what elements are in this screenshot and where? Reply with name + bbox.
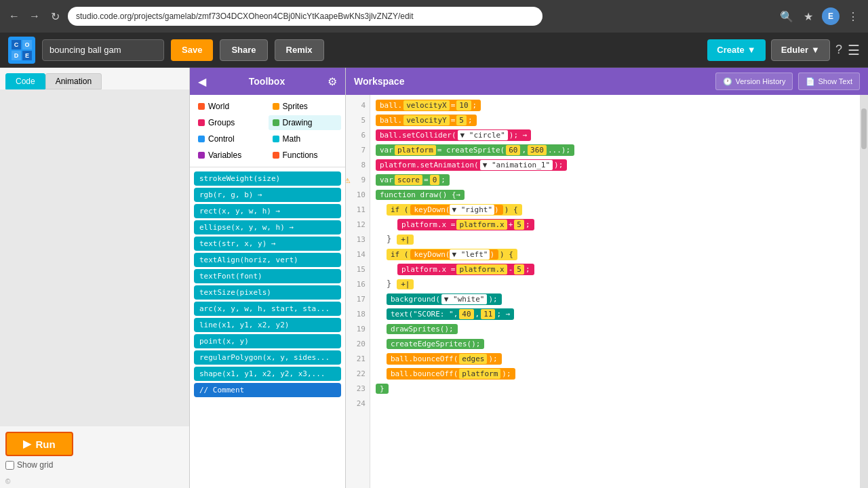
block-point[interactable]: point(x, y) (194, 334, 341, 348)
block-line[interactable]: line(x1, y1, x2, y2) (194, 318, 341, 332)
cat-drawing-dot (273, 119, 279, 126)
block-textfont[interactable]: textFont(font) (194, 269, 341, 283)
menu-button[interactable]: ☰ (848, 42, 860, 58)
block-comment[interactable]: // Comment (194, 383, 341, 397)
block-ellipse[interactable]: ellipse(x, y, w, h) → (194, 220, 341, 235)
cat-variables[interactable]: Variables (194, 148, 267, 163)
cat-drawing[interactable]: Drawing (269, 115, 342, 130)
version-history-button[interactable]: 🕐 Version History (715, 73, 793, 90)
code-lines[interactable]: ball.velocityX = 10 ; ball.velocityY = 5… (370, 95, 860, 488)
scrollbar-vertical[interactable] (860, 95, 868, 488)
bookmark-icon[interactable]: ★ (800, 8, 816, 24)
scrollbar-thumb[interactable] (861, 108, 867, 149)
toolbox-settings-icon[interactable]: ⚙ (328, 75, 337, 88)
save-button[interactable]: Save (171, 39, 213, 61)
project-name-input[interactable] (42, 39, 164, 61)
cat-math[interactable]: Math (269, 131, 342, 146)
refresh-button[interactable]: ↻ (47, 9, 62, 24)
show-grid-checkbox[interactable] (5, 461, 14, 470)
browser-bar: ← → ↻ studio.code.org/projects/gamelab/z… (0, 0, 868, 33)
line-num-15: 15 (346, 262, 370, 277)
tab-animation[interactable]: Animation (45, 73, 102, 89)
cat-world[interactable]: World (194, 99, 267, 114)
block-ball-velocityy[interactable]: ball.velocityY = 5 ; (376, 115, 477, 126)
url-text: studio.code.org/projects/gamelab/zmf73O4… (76, 12, 414, 21)
block-ball-velocityx[interactable]: ball.velocityX = 10 ; (376, 100, 481, 111)
block-platform-x-minus[interactable]: platform.x = platform.x - 5 ; (397, 264, 534, 275)
block-if-keydown-left[interactable]: if ( keyDown(▼ "left") ) { (387, 249, 517, 260)
block-drawsprites[interactable]: drawSprites(); (387, 324, 458, 334)
line-num-4: 4 (346, 98, 370, 113)
toolbox-panel: ◀ Toolbox ⚙ World Sprites Groups Drawing (190, 68, 346, 488)
code-line-6: ball.setCollider(▼ "circle"); → (376, 127, 854, 142)
line-num-9: ⚠9 (346, 172, 370, 187)
block-if-keydown-right[interactable]: if ( keyDown(▼ "right") ) { (387, 204, 522, 216)
block-platform-x-plus[interactable]: platform.x = platform.x + 5 ; (397, 219, 534, 230)
header-right: Create ▼ Eduler ▼ ? ☰ (707, 39, 860, 61)
line-num-21: 21 (346, 351, 370, 366)
line-num-10: 10 (346, 187, 370, 202)
block-textalign[interactable]: textAlign(horiz, vert) (194, 253, 341, 267)
logo-c: C (12, 40, 21, 49)
tab-code[interactable]: Code (5, 73, 45, 89)
block-var-platform[interactable]: var platform = createSprite(60, 360 ...)… (376, 144, 574, 156)
line-num-11: 11 (346, 202, 370, 217)
cat-functions[interactable]: Functions (269, 148, 342, 163)
code-line-19: drawSprites(); (376, 321, 854, 336)
line-num-17: 17 (346, 291, 370, 306)
create-button[interactable]: Create ▼ (707, 39, 765, 61)
toolbox-header: ◀ Toolbox ⚙ (190, 68, 345, 95)
cat-control[interactable]: Control (194, 131, 267, 146)
code-line-13: } +| (376, 232, 854, 247)
block-setcollider[interactable]: ball.setCollider(▼ "circle"); → (376, 129, 531, 141)
code-line-8: platform.setAnimation(▼ "animation_1"); (376, 157, 854, 172)
cat-sprites[interactable]: Sprites (269, 99, 342, 114)
search-icon[interactable]: 🔍 (778, 8, 795, 24)
line-numbers: 4 5 6 7 8 ⚠9 10 11 12 13 14 15 16 17 18 … (346, 95, 370, 488)
logo-d: D (12, 51, 21, 60)
line-num-6: 6 (346, 127, 370, 142)
block-regularpolygon[interactable]: regularPolygon(x, y, sides... (194, 350, 341, 365)
preview-area (0, 89, 189, 426)
block-arc[interactable]: arc(x, y, w, h, start, sta... (194, 302, 341, 316)
url-bar[interactable]: studio.code.org/projects/gamelab/zmf73O4… (68, 7, 542, 26)
share-button[interactable]: Share (220, 39, 267, 61)
code-area: 4 5 6 7 8 ⚠9 10 11 12 13 14 15 16 17 18 … (346, 95, 868, 488)
back-button[interactable]: ← (7, 9, 22, 24)
block-text-score[interactable]: text("SCORE: ", 40, 11 ; → (387, 308, 514, 320)
run-button[interactable]: ▶ Run (5, 432, 73, 456)
block-rect[interactable]: rect(x, y, w, h) → (194, 204, 341, 218)
block-setanimation[interactable]: platform.setAnimation(▼ "animation_1"); (376, 159, 567, 171)
cat-groups[interactable]: Groups (194, 115, 267, 130)
code-line-14: if ( keyDown(▼ "left") ) { (376, 247, 854, 262)
forward-button[interactable]: → (27, 9, 42, 24)
show-text-button[interactable]: 📄 Show Text (798, 73, 860, 90)
settings-icon[interactable]: ⋮ (845, 8, 861, 24)
block-text[interactable]: text(str, x, y) → (194, 237, 341, 251)
show-grid-label[interactable]: Show grid (5, 460, 53, 470)
code-line-18: text("SCORE: ", 40, 11 ; → (376, 306, 854, 321)
help-button[interactable]: ? (835, 43, 842, 57)
block-textsize[interactable]: textSize(pixels) (194, 285, 341, 300)
cat-groups-dot (198, 119, 205, 126)
browser-icons: 🔍 ★ E ⋮ (778, 7, 861, 25)
block-createedgesprites[interactable]: createEdgeSprites(); (387, 339, 484, 349)
block-ball-bounceoff-edges[interactable]: ball.bounceOff(edges); (387, 353, 502, 365)
workspace-header: Workspace 🕐 Version History 📄 Show Text (346, 68, 868, 95)
block-ball-bounceoff-platform[interactable]: ball.bounceOff(platform); (387, 368, 515, 380)
block-function-draw[interactable]: function draw() {→ (376, 190, 465, 200)
logo: C O D E (8, 37, 35, 64)
remix-button[interactable]: Remix (275, 39, 324, 61)
line-num-8: 8 (346, 157, 370, 172)
block-closing-brace: } (376, 384, 389, 394)
toolbox-categories: World Sprites Groups Drawing Control Mat… (190, 95, 345, 167)
block-var-score[interactable]: var score = 0; (376, 174, 450, 186)
block-shape[interactable]: shape(x1, y1, x2, y2, x3,... (194, 367, 341, 381)
user-menu-button[interactable]: Eduler ▼ (771, 39, 830, 61)
block-strokeweight[interactable]: strokeWeight(size) (194, 171, 341, 186)
block-rgb[interactable]: rgb(r, g, b) → (194, 188, 341, 202)
block-background[interactable]: background(▼ "white"); (387, 293, 502, 305)
toolbox-back-button[interactable]: ◀ (198, 75, 206, 88)
user-avatar[interactable]: E (822, 7, 840, 25)
workspace-actions: 🕐 Version History 📄 Show Text (715, 73, 860, 90)
